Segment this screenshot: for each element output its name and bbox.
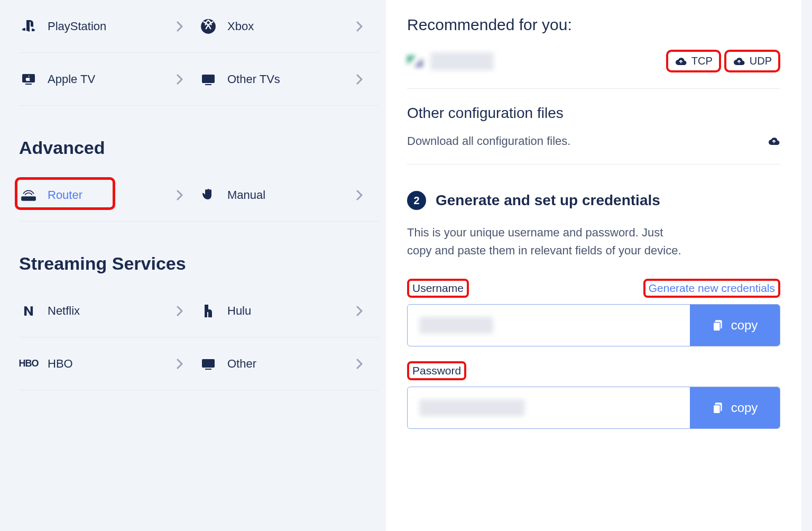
chevron-right-icon [356, 74, 363, 85]
hbo-icon: HBO [19, 354, 38, 373]
chevron-right-icon [356, 306, 363, 316]
step-number: 2 [407, 191, 426, 210]
step-header: 2 Generate and set up credentials [407, 191, 780, 210]
udp-label: UDP [750, 55, 772, 67]
device-appletv[interactable]: Apple TV [19, 53, 199, 106]
password-value[interactable] [408, 387, 690, 428]
chevron-right-icon [356, 21, 363, 32]
recommended-heading: Recommended for you: [407, 16, 780, 34]
device-label: Hulu [227, 304, 356, 318]
streaming-hulu[interactable]: Hulu [199, 285, 379, 337]
device-router[interactable]: Router [19, 169, 199, 222]
download-tcp-button[interactable]: TCP [666, 50, 721, 72]
username-redacted [419, 317, 493, 334]
copy-icon [712, 401, 724, 414]
device-label: Other [227, 357, 356, 371]
device-label: Other TVs [227, 72, 356, 86]
device-label: Netflix [48, 304, 177, 318]
tv-icon [199, 354, 218, 373]
copy-label: copy [731, 400, 758, 415]
step-title: Generate and set up credentials [436, 192, 660, 209]
streaming-other[interactable]: Other [199, 337, 379, 390]
download-all-row[interactable]: Download all configuration files. [407, 134, 780, 164]
server-name-redacted [430, 52, 494, 70]
cloud-download-icon [675, 57, 687, 66]
hulu-icon [199, 301, 218, 321]
chevron-right-icon [177, 190, 183, 200]
username-label: Username [407, 279, 469, 298]
password-redacted [419, 399, 525, 416]
generate-credentials-link[interactable]: Generate new credentials [643, 279, 780, 298]
device-label: HBO [48, 357, 177, 371]
device-label: PlayStation [48, 20, 177, 33]
download-all-label: Download all configuration files. [407, 134, 570, 148]
cloud-download-icon [768, 136, 780, 146]
chevron-right-icon [177, 359, 183, 369]
username-field-row: copy [407, 304, 780, 346]
chevron-right-icon [177, 306, 183, 316]
chevron-right-icon [177, 21, 183, 32]
xbox-icon [199, 17, 218, 36]
username-value[interactable] [408, 305, 690, 346]
chevron-right-icon [356, 190, 363, 200]
hand-icon [199, 186, 218, 205]
device-xbox[interactable]: Xbox [199, 0, 379, 53]
device-label: Manual [227, 188, 356, 202]
section-title-advanced: Advanced [19, 138, 386, 158]
tcp-label: TCP [691, 55, 713, 67]
copy-password-button[interactable]: copy [690, 387, 780, 428]
device-othertvs[interactable]: Other TVs [199, 53, 379, 106]
playstation-icon [19, 17, 38, 36]
password-field-row: copy [407, 387, 780, 429]
streaming-netflix[interactable]: Netflix [19, 285, 199, 337]
password-label: Password [407, 361, 466, 380]
cloud-download-icon [733, 57, 745, 66]
device-label: Xbox [227, 20, 356, 33]
section-title-streaming: Streaming Services [19, 253, 386, 274]
chevron-right-icon [177, 74, 183, 85]
highlight-router [15, 177, 115, 210]
appletv-icon [19, 70, 38, 89]
tv-icon [199, 70, 218, 89]
device-selection-panel: PlayStation Xbox Apple TV Other TVs Adva… [0, 0, 386, 531]
device-manual[interactable]: Manual [199, 169, 379, 222]
streaming-hbo[interactable]: HBO HBO [19, 337, 199, 390]
netflix-icon [19, 301, 38, 321]
step-description: This is your unique username and passwor… [407, 224, 682, 260]
chevron-right-icon [356, 359, 363, 369]
setup-panel: Recommended for you: TCP UDP Other confi… [386, 0, 801, 531]
copy-username-button[interactable]: copy [690, 305, 780, 346]
copy-icon [712, 319, 724, 332]
recommended-server-row: TCP UDP [407, 50, 780, 89]
copy-label: copy [731, 318, 758, 333]
flag-icon [407, 56, 423, 67]
device-label: Apple TV [48, 72, 177, 86]
download-udp-button[interactable]: UDP [724, 50, 780, 72]
other-config-heading: Other configuration files [407, 105, 780, 122]
device-playstation[interactable]: PlayStation [19, 0, 199, 53]
